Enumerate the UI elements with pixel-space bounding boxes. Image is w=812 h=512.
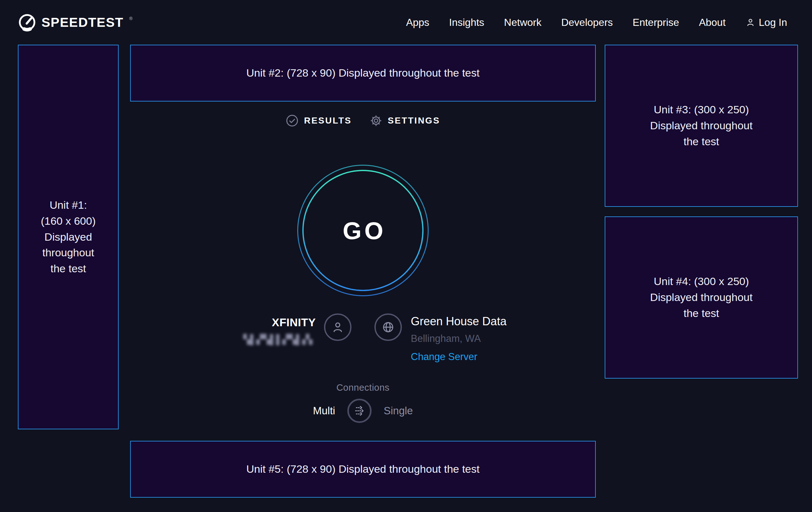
tab-settings[interactable]: SETTINGS — [370, 114, 440, 127]
server-name: Green House Data — [411, 315, 506, 328]
ad-unit-4-text: Unit #4: (300 x 250) Displayed throughou… — [650, 274, 752, 321]
change-server-link[interactable]: Change Server — [411, 351, 506, 362]
go-label: GO — [340, 217, 386, 244]
user-avatar-icon — [330, 320, 345, 334]
main-nav: Apps Insights Network Developers Enterpr… — [406, 17, 787, 28]
ad-unit-2[interactable]: Unit #2: (728 x 90) Displayed throughout… — [130, 45, 596, 102]
user-icon — [745, 17, 756, 27]
globe-icon — [380, 320, 396, 335]
isp-block: XFINITY ▚▌▞▚▌▌▞▚▌▞▖ — [243, 314, 351, 362]
logo-text: SPEEDTEST — [41, 15, 123, 30]
connection-mode-row: Multi Single — [130, 399, 596, 423]
server-block: Green House Data Bellingham, WA Change S… — [374, 314, 506, 362]
ad-unit-4[interactable]: Unit #4: (300 x 250) Displayed throughou… — [605, 216, 798, 379]
tab-settings-label: SETTINGS — [388, 115, 440, 126]
speedtest-page: SPEEDTEST® Apps Insights Network Develop… — [0, 0, 812, 512]
go-outer-ring: GO — [297, 165, 429, 296]
tab-bar: RESULTS SETTINGS — [130, 114, 596, 127]
single-label[interactable]: Single — [384, 405, 413, 417]
ad-unit-1-text: Unit #1: (160 x 600) Displayed throughou… — [41, 197, 96, 277]
multi-arrows-icon — [352, 403, 367, 419]
gear-icon — [370, 114, 382, 127]
nav-item-network[interactable]: Network — [504, 17, 541, 28]
go-button[interactable]: GO — [297, 165, 429, 296]
connection-mode-toggle[interactable] — [347, 399, 372, 423]
multi-label[interactable]: Multi — [313, 405, 335, 417]
ad-unit-5-text: Unit #5: (728 x 90) Displayed throughout… — [246, 461, 480, 477]
nav-item-insights[interactable]: Insights — [449, 17, 484, 28]
nav-item-developers[interactable]: Developers — [561, 17, 613, 28]
connections-title: Connections — [130, 382, 596, 393]
check-circle-icon — [286, 114, 298, 127]
gauge-icon — [18, 13, 36, 32]
nav-item-apps[interactable]: Apps — [406, 17, 429, 28]
isp-name: XFINITY — [243, 316, 316, 329]
isp-avatar — [324, 314, 351, 341]
trademark-mark: ® — [129, 16, 133, 21]
login-label: Log In — [759, 17, 787, 28]
nav-item-enterprise[interactable]: Enterprise — [633, 17, 679, 28]
ad-unit-5[interactable]: Unit #5: (728 x 90) Displayed throughout… — [130, 441, 596, 497]
tab-results-label: RESULTS — [304, 115, 352, 126]
ad-unit-1[interactable]: Unit #1: (160 x 600) Displayed throughou… — [18, 45, 119, 429]
ad-unit-3[interactable]: Unit #3: (300 x 250) Displayed throughou… — [605, 45, 798, 207]
server-location: Bellingham, WA — [411, 333, 506, 344]
go-inner-ring: GO — [302, 170, 424, 291]
tab-results[interactable]: RESULTS — [286, 114, 352, 127]
speedtest-logo[interactable]: SPEEDTEST® — [18, 13, 133, 32]
nav-item-about[interactable]: About — [699, 17, 726, 28]
host-info-row: XFINITY ▚▌▞▚▌▌▞▚▌▞▖ Green House Data — [130, 314, 596, 362]
ad-unit-2-text: Unit #2: (728 x 90) Displayed throughout… — [246, 65, 480, 81]
ad-unit-3-text: Unit #3: (300 x 250) Displayed throughou… — [650, 102, 752, 150]
server-globe — [374, 314, 402, 341]
connections-section: Connections Multi Single — [130, 382, 596, 423]
top-nav: SPEEDTEST® Apps Insights Network Develop… — [0, 0, 812, 45]
login-link[interactable]: Log In — [745, 17, 787, 28]
isp-masked-text: ▚▌▞▚▌▌▞▚▌▞▖ — [243, 334, 316, 345]
